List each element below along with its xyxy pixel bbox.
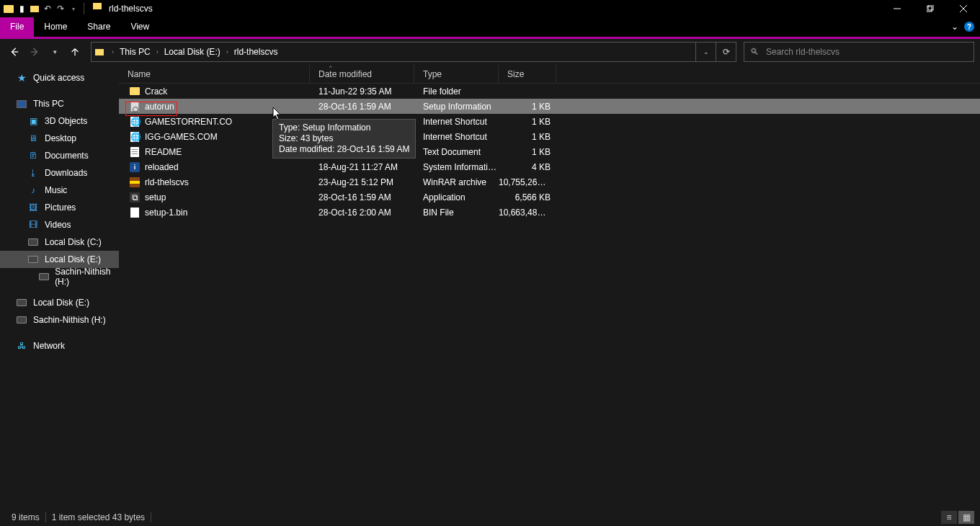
qa-undo-icon[interactable]: ↶ bbox=[42, 3, 53, 14]
file-type: Internet Shortcut bbox=[414, 117, 499, 127]
sidebar-item[interactable]: ⭳Downloads bbox=[0, 164, 119, 182]
help-icon[interactable]: ? bbox=[964, 22, 974, 32]
back-button[interactable] bbox=[6, 43, 23, 61]
file-pane: Name ⌃ Date modified Type Size Crack11-J… bbox=[119, 65, 980, 526]
column-date[interactable]: Date modified bbox=[310, 65, 414, 83]
sidebar-item[interactable]: Sachin-Nithish (H:) bbox=[0, 268, 119, 285]
divider bbox=[84, 3, 84, 14]
file-type: WinRAR archive bbox=[414, 177, 499, 187]
file-size: 1 KB bbox=[499, 102, 556, 112]
file-type: Text Document bbox=[414, 147, 499, 157]
breadcrumb-drive[interactable]: Local Disk (E:) bbox=[163, 47, 222, 57]
breadcrumb-thispc[interactable]: This PC bbox=[118, 47, 152, 57]
details-view-button[interactable]: ≡ bbox=[941, 511, 957, 524]
history-dropdown[interactable]: ▾ bbox=[46, 43, 63, 61]
file-type: System Informatio... bbox=[414, 162, 499, 172]
ribbon-expand-icon[interactable]: ⌄ bbox=[951, 22, 958, 32]
chevron-icon[interactable]: › bbox=[107, 48, 118, 55]
chevron-icon[interactable]: › bbox=[152, 48, 163, 55]
sidebar-item[interactable]: 🖥Desktop bbox=[0, 130, 119, 147]
qa-pin-icon[interactable]: ▮ bbox=[16, 3, 27, 14]
sidebar-item[interactable]: 🎞Videos bbox=[0, 216, 119, 233]
view-tab[interactable]: View bbox=[120, 17, 159, 37]
search-placeholder: Search rld-thelscvs bbox=[766, 47, 839, 57]
home-tab[interactable]: Home bbox=[34, 17, 77, 37]
sidebar-item[interactable]: ♪Music bbox=[0, 182, 119, 199]
file-date: 23-Aug-21 5:12 PM bbox=[310, 177, 414, 187]
qa-folder2-icon[interactable] bbox=[29, 3, 40, 14]
file-date: 11-Jun-22 9:35 AM bbox=[310, 86, 414, 97]
search-icon: 🔍︎ bbox=[750, 47, 759, 57]
file-date: 28-Oct-16 1:59 AM bbox=[310, 102, 414, 112]
sidebar-item[interactable]: Local Disk (C:) bbox=[0, 233, 119, 251]
address-dropdown[interactable]: ⌄ bbox=[695, 43, 716, 61]
sidebar-this-pc[interactable]: This PC bbox=[0, 95, 119, 112]
file-tab[interactable]: File bbox=[0, 17, 34, 37]
column-name[interactable]: Name bbox=[119, 65, 310, 83]
file-row[interactable]: 🌐GAMESTORRENT.COInternet Shortcut1 KB bbox=[119, 114, 980, 129]
sidebar-item[interactable]: ▣3D Objects bbox=[0, 112, 119, 130]
close-button[interactable] bbox=[947, 0, 980, 17]
sidebar-item[interactable]: Local Disk (E:) bbox=[0, 251, 119, 268]
chevron-icon[interactable]: › bbox=[222, 48, 233, 55]
file-name: reloaded bbox=[145, 162, 179, 172]
maximize-button[interactable] bbox=[914, 0, 947, 17]
file-type: Application bbox=[414, 192, 499, 202]
file-icon: ⧉ bbox=[129, 192, 141, 203]
qa-folder-icon[interactable] bbox=[3, 3, 14, 14]
file-name: Crack bbox=[145, 86, 167, 97]
forward-button[interactable] bbox=[26, 43, 43, 61]
up-button[interactable] bbox=[66, 43, 84, 61]
file-name: setup-1.bin bbox=[145, 208, 187, 218]
sidebar-item[interactable]: 🖹Documents bbox=[0, 147, 119, 164]
file-name: setup bbox=[145, 192, 166, 202]
breadcrumb-folder[interactable]: rld-thelscvs bbox=[233, 47, 280, 57]
file-row[interactable]: Crack11-Jun-22 9:35 AMFile folder bbox=[119, 84, 980, 99]
minimize-button[interactable] bbox=[881, 0, 914, 17]
file-name: rld-thelscvs bbox=[145, 177, 189, 187]
file-row[interactable]: ireloaded18-Aug-21 11:27 AMSystem Inform… bbox=[119, 159, 980, 174]
file-icon bbox=[129, 207, 141, 218]
ribbon: File Home Share View ⌄ ? bbox=[0, 17, 980, 37]
file-icon: 🌐 bbox=[129, 131, 141, 143]
file-row[interactable]: ⧉setup28-Oct-16 1:59 AMApplication6,566 … bbox=[119, 190, 980, 205]
file-icon bbox=[129, 86, 141, 97]
share-tab[interactable]: Share bbox=[77, 17, 120, 37]
file-size: 10,663,487 ... bbox=[499, 208, 556, 218]
file-date: 28-Oct-16 1:59 AM bbox=[310, 192, 414, 202]
file-size: 6,566 KB bbox=[499, 192, 556, 202]
window-title: rld-thelscvs bbox=[109, 4, 153, 14]
window-folder-icon bbox=[93, 3, 104, 14]
navigation-pane: ★ Quick access This PC ▣3D Objects🖥Deskt… bbox=[0, 65, 119, 526]
address-bar[interactable]: › This PC › Local Disk (E:) › rld-thelsc… bbox=[91, 42, 736, 62]
file-icon bbox=[129, 146, 141, 158]
file-row[interactable]: autorun28-Oct-16 1:59 AMSetup Informatio… bbox=[119, 99, 980, 114]
svg-rect-1 bbox=[928, 5, 933, 10]
file-row[interactable]: setup-1.bin28-Oct-16 2:00 AMBIN File10,6… bbox=[119, 205, 980, 220]
large-icons-view-button[interactable]: ▦ bbox=[958, 511, 974, 524]
sidebar-item[interactable]: Local Disk (E:) bbox=[0, 294, 119, 311]
file-size: 4 KB bbox=[499, 162, 556, 172]
sidebar-item[interactable]: Sachin-Nithish (H:) bbox=[0, 311, 119, 329]
file-row[interactable]: rld-thelscvs23-Aug-21 5:12 PMWinRAR arch… bbox=[119, 174, 980, 190]
qa-dropdown-icon[interactable]: ▾ bbox=[68, 3, 79, 14]
file-size: 1 KB bbox=[499, 117, 556, 127]
file-type: Internet Shortcut bbox=[414, 132, 499, 142]
column-type[interactable]: Type bbox=[414, 65, 499, 83]
refresh-button[interactable]: ⟳ bbox=[716, 43, 736, 61]
drive-icon bbox=[16, 314, 27, 326]
file-row[interactable]: READMEText Document1 KB bbox=[119, 144, 980, 159]
column-size[interactable]: Size bbox=[499, 65, 556, 83]
file-size: 10,755,264 ... bbox=[499, 177, 556, 187]
status-item-count: 9 items bbox=[6, 512, 46, 522]
sidebar-network[interactable]: 🖧 Network bbox=[0, 337, 119, 355]
sidebar-quick-access[interactable]: ★ Quick access bbox=[0, 69, 119, 86]
file-name: autorun bbox=[145, 102, 174, 112]
search-input[interactable]: 🔍︎ Search rld-thelscvs bbox=[744, 42, 974, 62]
qa-redo-icon[interactable]: ↷ bbox=[55, 3, 66, 14]
file-row[interactable]: 🌐IGG-GAMES.COMInternet Shortcut1 KB bbox=[119, 129, 980, 144]
sidebar-icon: 🖹 bbox=[27, 150, 39, 161]
sidebar-item[interactable]: 🖼Pictures bbox=[0, 199, 119, 216]
file-date: 18-Aug-21 11:27 AM bbox=[310, 162, 414, 172]
network-icon: 🖧 bbox=[16, 340, 27, 352]
